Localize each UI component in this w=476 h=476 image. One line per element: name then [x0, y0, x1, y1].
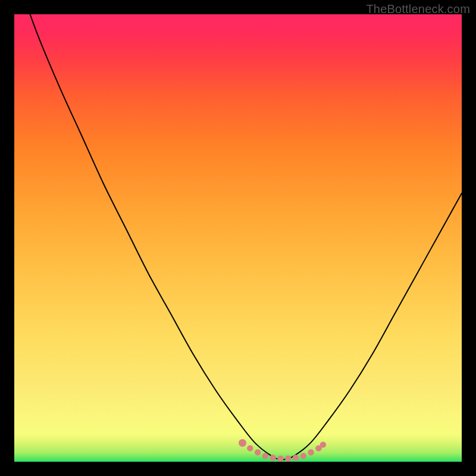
chart-frame: TheBottleneck.com: [0, 0, 476, 476]
optimal-dot: [262, 453, 268, 459]
optimal-range-dots: [239, 439, 326, 462]
optimal-dot: [239, 439, 246, 447]
optimal-dot: [293, 455, 299, 461]
optimal-dot: [270, 455, 276, 461]
plot-area: [14, 14, 462, 462]
optimal-dot: [308, 449, 314, 455]
chart-svg: [14, 14, 462, 462]
optimal-dot: [320, 441, 326, 447]
optimal-dot: [255, 449, 261, 455]
optimal-dot: [277, 456, 283, 462]
watermark: TheBottleneck.com: [366, 2, 470, 16]
optimal-dot: [285, 456, 291, 462]
optimal-dot: [247, 445, 253, 451]
bottleneck-curve: [14, 0, 462, 459]
optimal-dot: [300, 453, 306, 459]
